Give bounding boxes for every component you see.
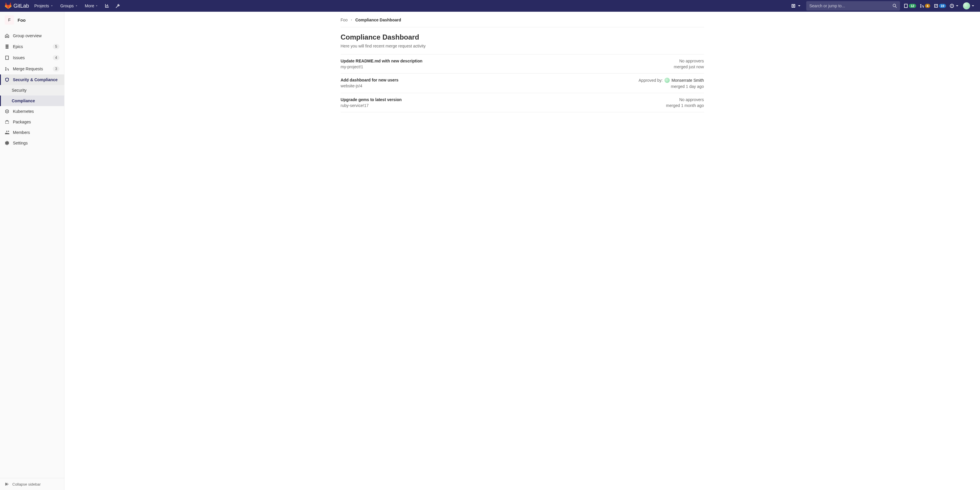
question-icon <box>950 3 954 8</box>
merge-request-icon <box>5 67 10 71</box>
home-icon <box>5 33 10 38</box>
issues-icon <box>5 56 10 60</box>
mr-ref: ruby-service!17 <box>341 103 402 108</box>
sidebar-subitem-compliance[interactable]: Compliance <box>0 95 64 106</box>
search-box[interactable] <box>806 1 900 11</box>
chart-icon <box>105 3 109 8</box>
admin-icon-button[interactable] <box>113 1 122 11</box>
chevron-right-icon <box>350 19 353 21</box>
sidebar-item-overview[interactable]: Group overview <box>0 30 64 41</box>
chevron-down-icon <box>970 3 975 8</box>
wrench-icon <box>115 3 120 8</box>
brand-logo[interactable]: GitLab <box>5 2 29 10</box>
nav-groups[interactable]: Groups <box>57 2 81 10</box>
sidebar-item-label: Packages <box>13 119 59 124</box>
sidebar-subitem-security[interactable]: Security <box>0 85 64 95</box>
sidebar-item-label: Group overview <box>13 33 59 38</box>
new-menu-button[interactable] <box>790 2 803 10</box>
chevron-down-icon <box>955 3 959 8</box>
mr-merged: merged 1 month ago <box>666 103 704 108</box>
breadcrumb-root[interactable]: Foo <box>341 18 348 22</box>
brand-name: GitLab <box>13 3 29 9</box>
collapse-sidebar-button[interactable]: Collapse sidebar <box>0 478 64 490</box>
nav-link-label: Groups <box>60 3 74 8</box>
merge-request-item[interactable]: Add dashboard for new users website-js!4… <box>341 73 704 93</box>
nav-right: 12 4 19 <box>790 1 975 11</box>
breadcrumb-current: Compliance Dashboard <box>355 18 401 22</box>
todos-link[interactable]: 19 <box>934 3 946 8</box>
sidebar: F Foo Group overview Epics 5 Issues 4 Me… <box>0 12 64 490</box>
nav-more[interactable]: More <box>82 2 101 10</box>
top-nav: GitLab Projects Groups More <box>0 0 980 12</box>
sidebar-item-badge: 3 <box>53 66 59 72</box>
gitlab-icon <box>5 2 12 10</box>
sidebar-item-label: Merge Requests <box>13 67 49 71</box>
page-title: Compliance Dashboard <box>341 33 704 41</box>
mr-ref: website-js!4 <box>341 84 399 88</box>
issues-icon <box>904 3 908 8</box>
nav-link-label: More <box>85 3 94 8</box>
sidebar-item-label: Epics <box>13 44 49 49</box>
package-icon <box>5 119 10 124</box>
nav-links: Projects Groups More <box>31 1 122 11</box>
plus-square-icon <box>791 3 796 8</box>
approved-by-label: Approved by: <box>639 78 663 83</box>
merge-request-item[interactable]: Update README.md with new description my… <box>341 54 704 73</box>
chevron-down-icon <box>75 5 78 7</box>
mr-title: Update README.md with new description <box>341 59 422 63</box>
chevron-down-icon <box>95 5 98 7</box>
todo-icon <box>934 3 939 8</box>
nav-link-label: Projects <box>34 3 49 8</box>
kubernetes-icon <box>5 109 10 114</box>
issues-link[interactable]: 12 <box>904 3 916 8</box>
help-menu[interactable] <box>950 3 959 8</box>
mr-merged: merged 1 day ago <box>671 84 704 89</box>
merge-request-item[interactable]: Upgrade gems to latest version ruby-serv… <box>341 93 704 112</box>
members-icon <box>5 130 10 135</box>
chevron-down-icon <box>50 5 53 7</box>
nav-projects[interactable]: Projects <box>31 2 56 10</box>
search-icon <box>892 3 897 8</box>
chevron-down-icon <box>797 3 802 8</box>
sidebar-subitem-label: Security <box>12 88 27 92</box>
search-input[interactable] <box>809 3 890 8</box>
mr-approval: No approvers <box>679 97 704 102</box>
approver-avatar <box>665 78 670 83</box>
shield-icon <box>5 77 10 82</box>
group-name: Foo <box>18 18 26 22</box>
mr-badge: 4 <box>925 4 930 8</box>
sidebar-subitems: Security Compliance <box>0 85 64 106</box>
sidebar-item-issues[interactable]: Issues 4 <box>0 52 64 63</box>
sidebar-item-label: Members <box>13 130 59 135</box>
collapse-icon <box>5 482 10 487</box>
merge-request-icon <box>920 3 924 8</box>
user-menu[interactable] <box>963 2 975 10</box>
activity-icon-button[interactable] <box>102 1 111 11</box>
page-subtitle: Here you will find recent merge request … <box>341 44 704 48</box>
mr-title: Upgrade gems to latest version <box>341 97 402 102</box>
sidebar-item-label: Issues <box>13 56 49 60</box>
approver-name: Monserrate Smith <box>671 78 704 83</box>
sidebar-item-kubernetes[interactable]: Kubernetes <box>0 106 64 117</box>
sidebar-group-header[interactable]: F Foo <box>0 12 64 28</box>
sidebar-item-epics[interactable]: Epics 5 <box>0 41 64 52</box>
mr-approval: No approvers <box>679 59 704 63</box>
sidebar-item-security-compliance[interactable]: Security & Compliance <box>0 75 64 85</box>
epic-icon <box>5 44 10 49</box>
user-avatar <box>963 2 970 10</box>
sidebar-nav: Group overview Epics 5 Issues 4 Merge Re… <box>0 28 64 478</box>
sidebar-item-settings[interactable]: Settings <box>0 138 64 148</box>
sidebar-item-members[interactable]: Members <box>0 127 64 138</box>
sidebar-item-badge: 4 <box>53 55 59 60</box>
breadcrumb: Foo Compliance Dashboard <box>341 18 704 27</box>
sidebar-item-badge: 5 <box>53 44 59 49</box>
merge-requests-link[interactable]: 4 <box>920 3 930 8</box>
issues-badge: 12 <box>909 4 916 8</box>
mr-approval: Approved by: Monserrate Smith <box>639 78 704 83</box>
sidebar-item-merge-requests[interactable]: Merge Requests 3 <box>0 63 64 75</box>
sidebar-item-label: Security & Compliance <box>13 77 59 82</box>
sidebar-item-packages[interactable]: Packages <box>0 117 64 127</box>
collapse-label: Collapse sidebar <box>12 482 41 487</box>
group-avatar: F <box>5 15 14 25</box>
mr-ref: my-project!1 <box>341 64 422 69</box>
